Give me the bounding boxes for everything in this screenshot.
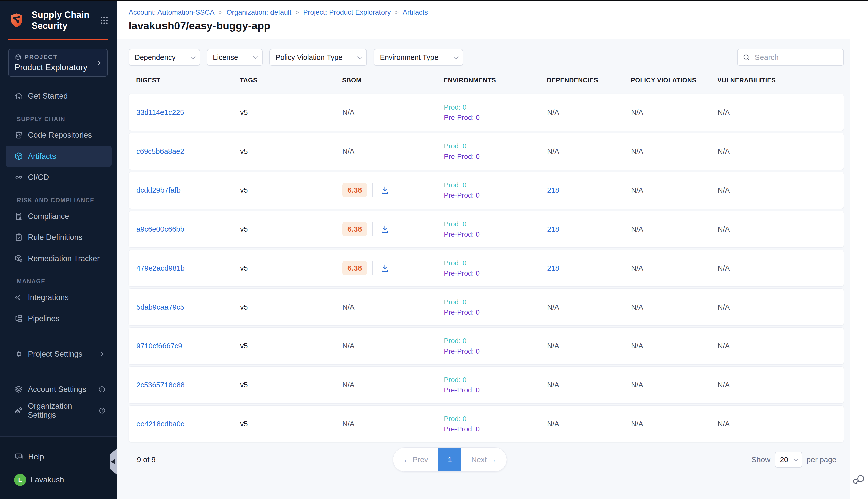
filter-dropdown-dependency[interactable]: Dependency — [128, 49, 200, 65]
breadcrumb-separator: > — [219, 9, 222, 16]
artifact-digest-link[interactable]: 5dab9caa79c5 — [136, 303, 240, 311]
artifact-digest-link[interactable]: c69c5b6a8ae2 — [136, 147, 240, 156]
sidebar-section-heading: MANAGE — [17, 278, 117, 285]
filter-dropdown-policy-violation-type[interactable]: Policy Violation Type — [270, 49, 367, 65]
app-switcher-grid-icon[interactable] — [99, 15, 109, 25]
artifact-digest-link[interactable]: 9710cf6667c9 — [136, 342, 240, 350]
filter-dropdown-environment-type[interactable]: Environment Type — [374, 49, 463, 65]
next-page-button[interactable]: Next → — [461, 448, 507, 471]
user-menu[interactable]: L Lavakush — [5, 468, 112, 491]
env-prod-count: Prod: 0 — [444, 259, 547, 267]
artifact-tag: v5 — [240, 303, 342, 311]
vulnerabilities-value: N/A — [718, 342, 844, 350]
dependencies-count[interactable]: 218 — [547, 225, 631, 233]
sidebar-item-rule-definitions[interactable]: Rule Definitions — [5, 227, 112, 248]
sbom-download-icon[interactable] — [380, 185, 390, 195]
page-size-value: 20 — [780, 455, 788, 464]
table-row[interactable]: c69c5b6a8ae2v5N/AProd: 0Pre-Prod: 0N/AN/… — [128, 133, 844, 170]
artifact-digest-link[interactable]: 479e2acd981b — [136, 264, 240, 272]
sbom-na: N/A — [342, 303, 355, 311]
breadcrumb-link[interactable]: Project: Product Exploratory — [303, 8, 391, 16]
sidebar-item-organization-settings[interactable]: Organization Settings — [5, 400, 112, 421]
help-button[interactable]: ? Help — [5, 445, 112, 468]
column-header-dependencies: DEPENDENCIES — [547, 77, 631, 84]
sbom-download-icon[interactable] — [380, 263, 390, 273]
sidebar-item-integrations[interactable]: Integrations — [5, 287, 112, 308]
sidebar-item-get-started[interactable]: Get Started — [5, 86, 112, 107]
vulnerabilities-value: N/A — [718, 225, 844, 233]
sidebar-item-label: Organization Settings — [28, 402, 98, 419]
table-row[interactable]: a9c6e00c66bbv56.38Prod: 0Pre-Prod: 0218N… — [128, 210, 844, 248]
sidebar-item-ci-cd[interactable]: CI/CD — [5, 167, 112, 188]
policy-violations-value: N/A — [631, 303, 718, 311]
doc-search-icon — [14, 211, 23, 221]
dependencies-count: N/A — [547, 342, 631, 350]
filter-dropdown-license[interactable]: License — [207, 49, 263, 65]
pipelines-icon — [14, 314, 23, 323]
env-preprod-count: Pre-Prod: 0 — [444, 113, 547, 122]
sidebar-item-pipelines[interactable]: Pipelines — [5, 308, 112, 329]
environments-cell: Prod: 0Pre-Prod: 0 — [444, 415, 547, 433]
page-size-select[interactable]: 20 — [775, 451, 802, 467]
breadcrumb-link[interactable]: Account: Automation-SSCA — [128, 8, 214, 16]
info-icon[interactable] — [98, 406, 106, 415]
chevron-down-icon — [357, 54, 362, 59]
search-input[interactable] — [755, 53, 835, 62]
content: DependencyLicensePolicy Violation TypeEn… — [117, 39, 868, 499]
chevron-right-icon — [96, 59, 103, 66]
dependencies-count: N/A — [547, 147, 631, 156]
table-row[interactable]: 479e2acd981bv56.38Prod: 0Pre-Prod: 0218N… — [128, 250, 844, 287]
breadcrumb-link[interactable]: Organization: default — [226, 8, 292, 16]
vulnerabilities-value: N/A — [718, 264, 844, 272]
artifact-digest-link[interactable]: ee4218cdba0c — [136, 420, 240, 428]
table-row[interactable]: 5dab9caa79c5v5N/AProd: 0Pre-Prod: 0N/AN/… — [128, 289, 844, 326]
sidebar-item-project-settings[interactable]: Project Settings — [5, 343, 112, 365]
sidebar-item-artifacts[interactable]: Artifacts — [5, 146, 112, 167]
sidebar-item-compliance[interactable]: Compliance — [5, 206, 112, 227]
integrations-icon — [14, 293, 23, 302]
project-selector[interactable]: PROJECT Product Exploratory — [8, 49, 108, 77]
breadcrumb-separator: > — [295, 9, 299, 16]
artifact-tag: v5 — [240, 147, 342, 156]
artifact-digest-link[interactable]: dcdd29b7fafb — [136, 186, 240, 194]
prev-page-button[interactable]: ← Prev — [393, 448, 438, 471]
table-row[interactable]: 2c5365718e88v5N/AProd: 0Pre-Prod: 0N/AN/… — [128, 366, 844, 403]
column-header-sbom: SBOM — [342, 77, 444, 84]
sidebar-item-remediation-tracker[interactable]: Remediation Tracker — [5, 248, 112, 269]
policy-violations-value: N/A — [631, 381, 718, 389]
artifact-digest-link[interactable]: a9c6e00c66bb — [136, 225, 240, 233]
env-prod-count: Prod: 0 — [444, 415, 547, 423]
help-label: Help — [28, 452, 44, 461]
dependencies-count: N/A — [547, 303, 631, 311]
table-row[interactable]: 33d114e1c225v5N/AProd: 0Pre-Prod: 0N/AN/… — [128, 94, 844, 131]
dependencies-count[interactable]: 218 — [547, 186, 631, 194]
artifact-digest-link[interactable]: 2c5365718e88 — [136, 381, 240, 389]
chat-support-icon[interactable] — [853, 473, 866, 486]
pagination-pill: ← Prev 1 Next → — [393, 448, 507, 472]
sidebar-item-label: CI/CD — [28, 173, 49, 182]
sidebar-item-code-repositories[interactable]: Code Repositories — [5, 125, 112, 146]
sbom-download-icon[interactable] — [380, 224, 390, 234]
sidebar-item-account-settings[interactable]: Account Settings — [5, 379, 112, 400]
env-preprod-count: Pre-Prod: 0 — [444, 230, 547, 239]
page-1-button[interactable]: 1 — [438, 448, 461, 471]
table-row[interactable]: dcdd29b7fafbv56.38Prod: 0Pre-Prod: 0218N… — [128, 172, 844, 209]
page-title: lavakush07/easy-buggy-app — [128, 20, 868, 32]
search-box — [737, 49, 844, 65]
dependencies-count: N/A — [547, 420, 631, 428]
table-row[interactable]: ee4218cdba0cv5N/AProd: 0Pre-Prod: 0N/AN/… — [128, 405, 844, 442]
artifact-digest-link[interactable]: 33d114e1c225 — [136, 108, 240, 117]
vulnerabilities-value: N/A — [718, 108, 844, 117]
environments-cell: Prod: 0Pre-Prod: 0 — [444, 259, 547, 277]
column-header-environments: ENVIRONMENTS — [444, 77, 547, 84]
breadcrumb-separator: > — [395, 9, 399, 16]
sidebar-item-label: Remediation Tracker — [28, 254, 100, 263]
dependencies-count[interactable]: 218 — [547, 264, 631, 272]
info-icon[interactable] — [98, 386, 106, 393]
filter-bar: DependencyLicensePolicy Violation TypeEn… — [128, 49, 844, 65]
breadcrumb-link[interactable]: Artifacts — [402, 8, 428, 16]
table-row[interactable]: 9710cf6667c9v5N/AProd: 0Pre-Prod: 0N/AN/… — [128, 327, 844, 365]
help-bubble-icon: ? — [14, 452, 24, 462]
env-prod-count: Prod: 0 — [444, 337, 547, 345]
sbom-cell: N/A — [342, 381, 444, 389]
